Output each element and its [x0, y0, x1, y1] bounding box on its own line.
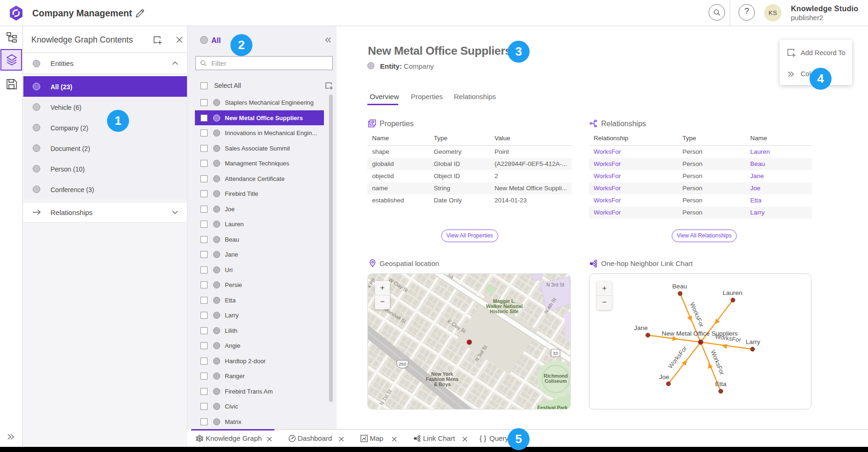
svg-text:& Boys: & Boys: [434, 381, 451, 387]
svg-text:WorksFor: WorksFor: [689, 301, 705, 328]
svg-text:N 3rd St: N 3rd St: [546, 282, 565, 287]
svg-text:Coliseum: Coliseum: [545, 378, 567, 384]
svg-text:WorksFor: WorksFor: [667, 344, 689, 370]
svg-text:Jane: Jane: [634, 324, 647, 331]
svg-text:Beau: Beau: [672, 283, 687, 290]
svg-text:Historic Site: Historic Site: [490, 309, 518, 314]
svg-text:WorksFor: WorksFor: [715, 333, 742, 344]
svg-text:Larry: Larry: [746, 338, 760, 345]
svg-text:Joe: Joe: [659, 373, 669, 380]
svg-text:33: 33: [553, 351, 558, 356]
svg-text:WorksFor: WorksFor: [710, 349, 726, 376]
svg-text:250: 250: [399, 361, 406, 366]
svg-text:Lauren: Lauren: [723, 289, 742, 296]
svg-text:Festival Park: Festival Park: [538, 405, 568, 409]
svg-text:Etta: Etta: [715, 380, 727, 387]
